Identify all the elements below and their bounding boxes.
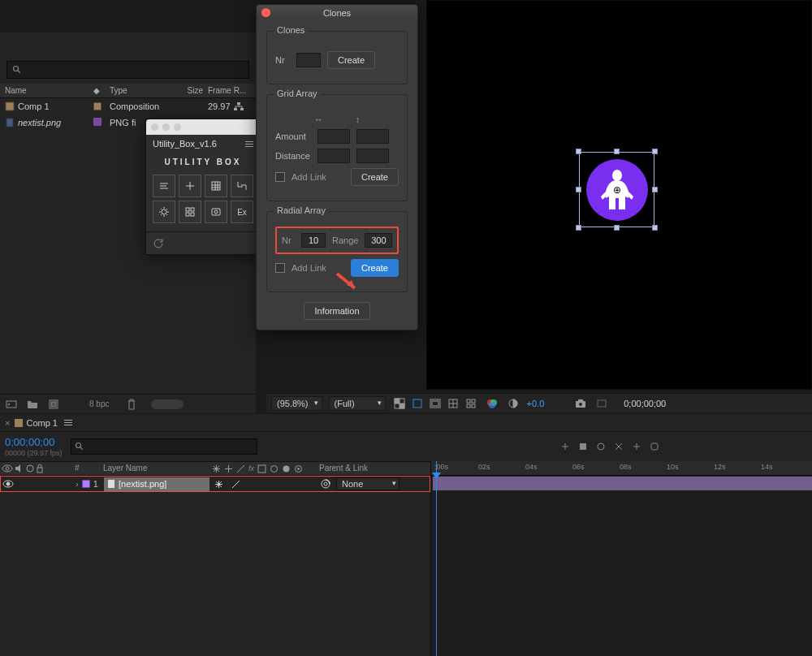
clones-titlebar[interactable]: Clones [257,5,417,21]
util-btn-5[interactable] [153,201,175,223]
layer-search[interactable] [71,438,257,455]
svg-line-34 [166,209,167,209]
addlink-checkbox[interactable] [275,263,285,273]
close-icon[interactable] [261,8,270,17]
util-btn-3[interactable] [205,175,227,197]
pickwhip-icon[interactable] [320,478,331,490]
col-name[interactable]: Name [0,86,93,95]
ruler-mark: 08s [620,463,632,471]
radial-range-input[interactable] [365,233,392,248]
exposure-value[interactable]: +0.0 [527,399,545,408]
solo-icon[interactable] [26,464,34,473]
amount-y-input[interactable] [356,129,389,144]
close-dot[interactable] [151,123,158,131]
util-btn-6[interactable] [179,201,201,223]
project-search[interactable] [6,61,249,79]
resize-handle[interactable] [576,187,581,192]
timeline-tab[interactable]: Comp 1 [15,418,72,428]
interpret-icon[interactable] [5,398,18,411]
col-layer-name[interactable]: Layer Name [103,464,209,473]
time-ruler[interactable]: :00s 02s 04s 06s 08s 10s 12s 14s [431,461,812,476]
tool-icon[interactable] [577,440,590,453]
eye-icon[interactable] [2,480,14,488]
col-framerate[interactable]: Frame R... [203,86,256,95]
audio-icon[interactable] [15,464,24,473]
ruler-mark: 04s [525,463,538,471]
guides-icon[interactable] [464,396,478,411]
svg-rect-39 [212,209,220,215]
selection-box[interactable]: ⊕ [579,152,654,227]
transform-icon[interactable] [214,480,223,489]
refresh-icon[interactable] [153,238,164,249]
util-btn-8[interactable]: Ex [231,201,253,223]
resize-handle[interactable] [652,149,658,154]
timeline-ruler-area[interactable]: :00s 02s 04s 06s 08s 10s 12s 14s [430,461,812,656]
tool-icon[interactable] [630,440,643,453]
util-btn-7[interactable] [205,201,227,223]
min-dot[interactable] [162,123,170,131]
show-snapshot-icon[interactable] [594,396,609,411]
information-button[interactable]: Information [304,302,369,320]
menu-icon[interactable] [64,420,72,425]
new-comp-icon[interactable] [47,398,60,411]
mode-icon [257,464,266,473]
distance-y-input[interactable] [356,149,389,163]
util-btn-1[interactable] [153,175,175,197]
tool-icon[interactable] [612,440,625,453]
trash-icon[interactable] [125,398,138,411]
create-button[interactable]: Create [351,259,399,277]
max-dot[interactable] [174,123,181,131]
tool-icon[interactable] [594,440,607,453]
resolution-dropdown[interactable]: (Full) [329,396,386,411]
tool-icon[interactable] [648,440,661,453]
safe-zone-icon[interactable] [428,396,443,411]
parent-dropdown[interactable]: None [336,477,400,490]
distance-x-input[interactable] [317,149,350,163]
addlink-checkbox[interactable] [275,172,285,182]
resize-handle[interactable] [614,225,620,231]
color-chip[interactable] [82,480,90,488]
drag-pill[interactable] [151,399,184,409]
layer-duration-bar[interactable] [433,477,812,490]
col-tag[interactable]: ◆ [93,86,110,95]
col-size[interactable]: Size [171,86,203,95]
resize-handle[interactable] [614,149,620,154]
lock-icon[interactable] [36,464,44,473]
bpc-label[interactable]: 8 bpc [89,399,109,408]
color-mgmt-icon[interactable] [485,396,499,411]
transparency-grid-icon[interactable] [392,396,407,411]
mask-icon[interactable] [410,396,425,411]
menu-icon[interactable] [245,141,253,147]
preview-timecode[interactable]: 0;00;00;00 [624,399,666,408]
nr-label: Nr [275,55,290,65]
snapshot-icon[interactable] [573,396,588,411]
current-timecode[interactable]: 0;00;00;00 [5,436,63,448]
tab-close-icon[interactable]: × [5,418,10,428]
resize-handle[interactable] [576,225,581,231]
section-legend: Radial Array [274,205,329,215]
twirl-icon[interactable]: › [76,479,79,489]
create-button[interactable]: Create [351,168,399,186]
eye-icon[interactable] [2,464,13,473]
flowchart-icon [234,102,244,110]
radial-nr-input[interactable] [301,233,326,248]
zoom-dropdown[interactable]: (95.8%) [271,396,322,411]
utility-titlebar[interactable] [146,119,260,135]
resize-handle[interactable] [652,225,658,231]
playhead[interactable] [436,461,437,656]
util-btn-4[interactable] [231,175,253,197]
create-button[interactable]: Create [327,51,375,69]
resize-handle[interactable] [576,149,581,154]
resize-handle[interactable] [652,187,658,192]
project-row-comp[interactable]: Comp 1 Composition 29.97 [0,98,256,114]
nr-input[interactable] [296,53,321,67]
exposure-icon[interactable] [506,396,520,411]
util-btn-2[interactable] [179,175,201,197]
grid-icon[interactable] [446,396,460,411]
col-type[interactable]: Type [110,86,171,95]
svg-rect-21 [212,182,220,190]
edit-icon[interactable] [231,480,240,489]
folder-icon[interactable] [26,398,39,411]
tool-icon[interactable] [559,440,572,453]
amount-x-input[interactable] [317,129,350,144]
